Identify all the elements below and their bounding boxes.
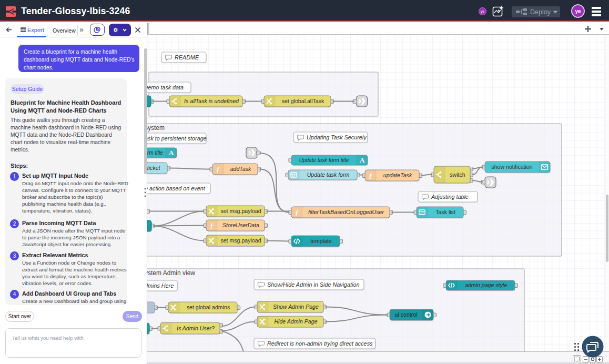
svg-text:show notification: show notification <box>491 164 532 170</box>
svg-text:ƒ: ƒ <box>295 208 299 216</box>
svg-text:StoreUserData: StoreUserData <box>222 222 259 228</box>
svg-text:ƒ: ƒ <box>369 171 372 179</box>
svg-text:Tasks management system: Tasks management system <box>147 124 165 132</box>
svg-text:A: A <box>169 149 174 157</box>
svg-text:filterTaskBasedOnLoggedUser: filterTaskBasedOnLoggedUser <box>308 209 384 215</box>
svg-text:Adjusting table: Adjusting table <box>431 194 469 200</box>
svg-text:Redirect is non-admin trying d: Redirect is non-admin trying direct acce… <box>267 340 373 347</box>
svg-text:updateTask: updateTask <box>383 172 412 178</box>
svg-text:addTask: addTask <box>230 166 251 172</box>
svg-text:Choose action based on event: Choose action based on event <box>147 185 206 191</box>
svg-text:Is Admin User?: Is Admin User? <box>177 325 215 331</box>
svg-text:template: template <box>310 238 332 244</box>
svg-text:ƒ: ƒ <box>210 221 214 229</box>
svg-text:Show/Hide Admin in Side Naviga: Show/Hide Admin in Side Navigation <box>267 281 359 288</box>
svg-text:Saving task to persistent stor: Saving task to persistent storage <box>147 135 207 141</box>
svg-text:switch: switch <box>450 171 465 178</box>
svg-text:admin page style: admin page style <box>465 282 507 288</box>
svg-text:Update task form: Update task form <box>307 171 350 178</box>
svg-text:Tasks management system Admin: Tasks management system Admin view <box>147 269 195 277</box>
svg-text:set msg.payload: set msg.payload <box>220 237 261 244</box>
svg-text:README: README <box>175 54 199 60</box>
svg-text:ƒ: ƒ <box>216 165 220 173</box>
svg-text:Add task form title: Add task form title <box>147 150 163 156</box>
svg-text:Hide Admin Page: Hide Admin Page <box>274 318 317 325</box>
svg-text:A: A <box>360 156 365 164</box>
svg-text:Demo task data: Demo task data <box>147 84 184 90</box>
svg-text:set msg.payload: set msg.payload <box>220 208 261 214</box>
svg-text:Add Admins Here: Add Admins Here <box>147 282 174 289</box>
svg-text:Task list: Task list <box>435 209 455 215</box>
svg-text:Add ticket: Add ticket <box>147 165 161 171</box>
svg-text:Update task form title: Update task form title <box>299 157 349 163</box>
svg-text:Is allTask is undefined: Is allTask is undefined <box>184 98 239 104</box>
svg-text:set global.allTask: set global.allTask <box>282 98 324 104</box>
svg-text:ui control: ui control <box>395 311 418 318</box>
svg-text:Show Admin Page: Show Admin Page <box>273 304 319 310</box>
svg-text:set global.admins: set global.admins <box>187 304 230 310</box>
svg-text:Updating Task Securely: Updating Task Securely <box>307 134 367 140</box>
